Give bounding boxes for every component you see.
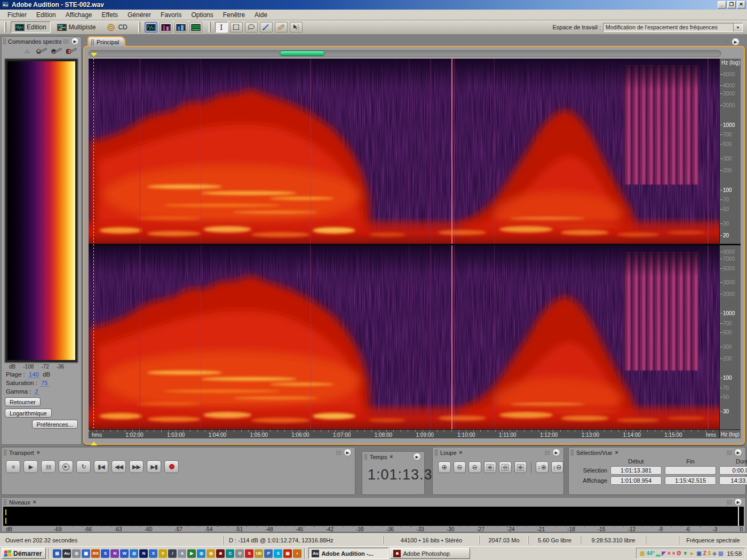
play-looped-button[interactable]: ↻	[76, 460, 91, 473]
start-button[interactable]: Démarrer	[2, 548, 46, 559]
panel-grip[interactable]	[435, 450, 438, 455]
tray-currency-icon[interactable]: $	[708, 550, 711, 557]
cd-mode-button[interactable]: CD	[102, 21, 131, 33]
quicklaunch-acrobat-icon[interactable]: S	[101, 549, 109, 558]
main-panel-menu-button[interactable]: ▶	[732, 38, 740, 46]
quicklaunch-media-player-icon[interactable]: ◎	[72, 549, 81, 558]
quicklaunch-browser-planet-icon[interactable]: ◎	[130, 549, 138, 558]
close-icon[interactable]: ×	[459, 450, 463, 455]
view-spectral-button[interactable]	[160, 22, 172, 33]
affichage-duree-field[interactable]: 14:33.560	[719, 476, 747, 485]
tray-document-icon[interactable]: ▤	[718, 550, 723, 557]
tray-volume-meter-icon[interactable]: ▥	[640, 550, 645, 557]
affichage-fin-field[interactable]: 1:15:42.515	[665, 476, 716, 485]
quicklaunch-half-disc-icon[interactable]: ◐	[293, 549, 301, 558]
panel-grip[interactable]	[4, 499, 6, 505]
quicklaunch-keyboard-icon[interactable]: ▤	[53, 549, 61, 558]
menu-item-générer[interactable]: Générer	[123, 10, 155, 20]
menu-item-edition[interactable]: Edition	[32, 10, 60, 20]
saturation-value[interactable]: 75	[40, 380, 49, 387]
restore-button[interactable]: ❐	[727, 1, 736, 9]
spectrogram-column[interactable]: hms1:02:001:03:001:04:001:05:001:06:001:…	[89, 59, 719, 438]
close-icon[interactable]: ×	[37, 450, 40, 455]
close-button[interactable]: ✕	[737, 1, 745, 9]
minimize-button[interactable]: _	[718, 1, 726, 9]
quicklaunch-globe-blue-icon[interactable]: ◎	[197, 549, 205, 558]
marquee-selection-tool[interactable]	[230, 22, 243, 33]
view-phase-button[interactable]	[189, 22, 202, 33]
panel-grip[interactable]	[571, 450, 574, 455]
zoom-out-horizontal-button[interactable]: ⊖	[454, 461, 466, 473]
tray-temperature-icon[interactable]: 44°	[646, 550, 654, 557]
panel-grip[interactable]	[3, 38, 6, 44]
quicklaunch-globe-gold-icon[interactable]: ◎	[206, 549, 215, 558]
panel-grip[interactable]	[4, 450, 6, 455]
menu-item-effets[interactable]: Effets	[98, 10, 122, 20]
zoom-in-horizontal-button[interactable]: ⊕	[438, 461, 451, 473]
workspace-dropdown[interactable]: Modification de l'espacement des fréquen…	[603, 23, 743, 32]
tray-pointer-icon[interactable]: ►	[689, 550, 695, 557]
preferences-button[interactable]: Préférences...	[32, 420, 78, 429]
record-button[interactable]	[164, 460, 179, 473]
edition-mode-button[interactable]: Edition	[11, 21, 51, 33]
quicklaunch-audition-icon[interactable]: Au	[62, 549, 71, 558]
go-to-end-button[interactable]: ▶▮	[147, 460, 161, 473]
logarithmique-button[interactable]: Logarithmique	[5, 409, 52, 418]
quicklaunch-ue-icon[interactable]: UE	[255, 549, 263, 558]
quicklaunch-calculator-icon[interactable]: ▦	[82, 549, 90, 558]
playhead-line[interactable]	[93, 59, 94, 429]
chevron-down-icon[interactable]: ▼	[733, 23, 742, 31]
quicklaunch-utility-knife-icon[interactable]: /	[168, 549, 177, 558]
quicklaunch-pc-tool-icon[interactable]: C	[226, 549, 234, 558]
horizontal-scrollbar[interactable]	[89, 50, 721, 57]
view-pan-button[interactable]	[174, 22, 187, 33]
quicklaunch-rx-app-icon[interactable]: RX	[91, 549, 100, 558]
spot-heal-tool[interactable]	[275, 22, 288, 33]
quicklaunch-camera-icon[interactable]: ◙	[216, 549, 225, 558]
transport-menu-button[interactable]: ▶	[344, 449, 352, 457]
close-icon[interactable]: ×	[615, 450, 618, 455]
zoom-to-selection-button[interactable]: ⊕	[484, 461, 497, 473]
quicklaunch-exceed-icon[interactable]: X	[158, 549, 167, 558]
playhead-marker-bottom[interactable]	[91, 442, 97, 445]
rewind-button[interactable]: ◀◀	[112, 460, 126, 473]
tray-blocked-icon[interactable]: Ø	[677, 550, 681, 557]
menu-item-favoris[interactable]: Favoris	[156, 10, 186, 20]
quicklaunch-skype-icon[interactable]: S	[274, 549, 282, 558]
principal-tab[interactable]: Principal	[88, 36, 125, 47]
quicklaunch-video-app-icon[interactable]: ▶	[187, 549, 196, 558]
tray-network-disabled-1-icon[interactable]: ×	[667, 550, 671, 557]
tray-network-disabled-2-icon[interactable]: ×	[672, 550, 676, 557]
frequency-ruler-column[interactable]: Hz (log) 6000400030002000100070050030020…	[719, 59, 741, 438]
quicklaunch-pdf-icon[interactable]: ▣	[283, 549, 292, 558]
selection-debut-field[interactable]: 1:01:13.381	[610, 466, 662, 475]
view-waveform-button[interactable]	[145, 22, 157, 33]
selection-fin-field[interactable]	[665, 466, 716, 475]
playhead-marker-top[interactable]	[91, 53, 97, 57]
quicklaunch-onenote-icon[interactable]: N	[110, 549, 119, 558]
menu-item-fichier[interactable]: Fichier	[3, 10, 31, 20]
spectrogram-left-channel[interactable]	[89, 59, 719, 244]
plage-value[interactable]: 140	[28, 371, 40, 378]
zoom-in-vertical-button[interactable]: ↕⊕	[536, 461, 549, 473]
spectrogram-right-channel[interactable]	[89, 245, 719, 429]
temps-menu-button[interactable]: ▶	[413, 453, 421, 461]
taskbar-task-photoshop[interactable]: ◙Adobe Photoshop	[390, 548, 470, 559]
brush-tool[interactable]	[260, 22, 273, 33]
quicklaunch-netscape-icon[interactable]: N	[139, 549, 148, 558]
taskbar-task-audition[interactable]: AuAdobe Audition -...	[308, 548, 388, 559]
quicklaunch-sbp-icon[interactable]: S	[245, 549, 253, 558]
gamma-value[interactable]: 2	[34, 388, 39, 395]
quicklaunch-x-app-icon[interactable]: X	[149, 549, 157, 558]
tray-flag-icon[interactable]: ◤	[662, 550, 666, 557]
spectral-gradient-box[interactable]	[4, 58, 78, 363]
menu-item-options[interactable]: Options	[187, 10, 217, 20]
zoom-to-selection-left-button[interactable]: ⊖	[499, 461, 512, 473]
level-meter[interactable]	[3, 507, 744, 526]
stop-button[interactable]: ■	[6, 460, 20, 473]
tray-display-icon[interactable]: ▣	[696, 550, 701, 557]
go-to-start-button[interactable]: ▮◀	[94, 460, 108, 473]
scrub-tool[interactable]	[290, 22, 303, 33]
niveaux-menu-button[interactable]: ▶	[734, 498, 742, 506]
loupe-menu-button[interactable]: ▶	[552, 449, 560, 457]
